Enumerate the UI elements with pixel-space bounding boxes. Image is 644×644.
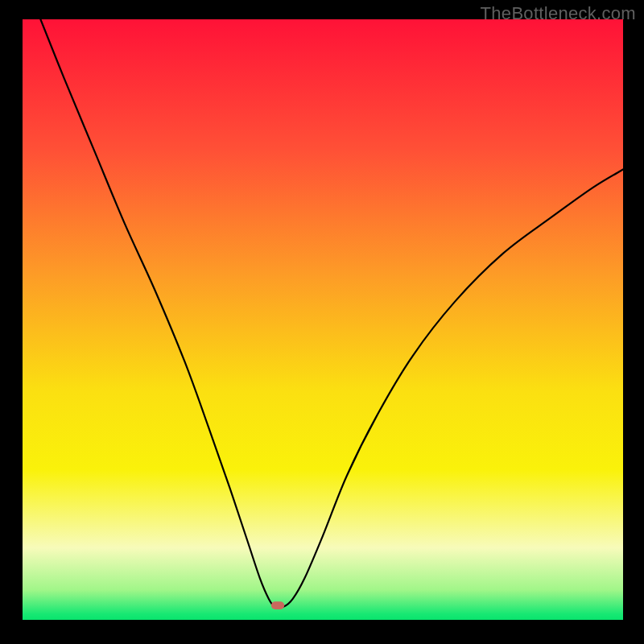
gradient-background xyxy=(23,19,623,620)
plot-svg xyxy=(23,19,623,620)
chart-container: TheBottleneck.com xyxy=(0,0,644,644)
watermark-text: TheBottleneck.com xyxy=(481,3,636,24)
minimum-marker xyxy=(271,601,284,609)
plot-area xyxy=(23,19,623,620)
